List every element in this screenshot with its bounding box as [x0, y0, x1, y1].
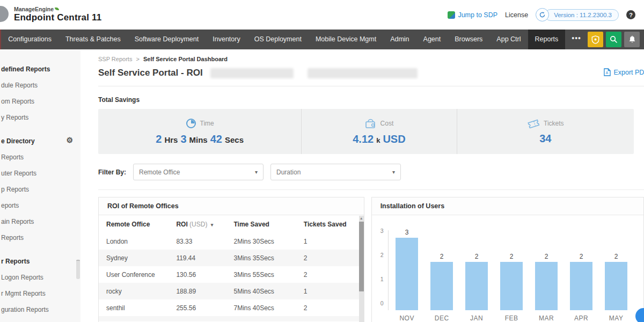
sidebar-item-threats-patches-reports[interactable]: ts & Patches Reports [0, 318, 80, 322]
sidebar-scroll-handle[interactable] [76, 260, 80, 279]
table-row[interactable]: senthil 255.56 7Mins 40Secs 2 [99, 299, 364, 316]
sidebar-item-computer-reports[interactable]: uter Reports [0, 165, 80, 181]
bar-may[interactable] [605, 262, 627, 310]
tab-app-ctrl[interactable]: App Ctrl [489, 30, 528, 49]
tab-configurations[interactable]: Configurations [1, 30, 58, 49]
wallet-icon [365, 118, 377, 129]
roi-table: Remote Office ROI (USD) ▾ Time Saved Tic… [99, 215, 364, 321]
license-link[interactable]: License [505, 11, 528, 19]
nav-more-menu[interactable]: ••• [565, 30, 588, 49]
chevron-down-icon: ▾ [392, 169, 395, 175]
title-row: Self Service Portal - ROI A Export PDF [98, 67, 644, 79]
notifications-button[interactable] [624, 32, 640, 47]
col-tickets-saved: Tickets Saved [304, 221, 356, 228]
bar-mar[interactable] [535, 262, 558, 310]
product-logo [0, 6, 9, 22]
pdf-document-icon: A [604, 68, 611, 76]
installation-chart-panel: Installation of Users 3 2 1 0 3 2 2 [371, 197, 644, 322]
gear-icon[interactable]: ⚙ [66, 136, 73, 144]
savings-tickets: Tickets 34 [457, 109, 634, 154]
sidebar-item-predefined-reports[interactable]: defined Reports [0, 61, 80, 77]
sidebar-item-ou-reports[interactable]: eports [0, 197, 80, 214]
savings-cost: Cost 4.12 k USD [302, 109, 457, 154]
search-icon [610, 35, 618, 43]
sidebar-item-gpo-reports[interactable]: Reports [0, 230, 80, 246]
sidebar-item-user-logon-reports[interactable]: Logon Reports [0, 269, 80, 286]
time-label: Time [200, 120, 214, 127]
dashboard-panels: ROI of Remote Offices Remote Office ROI … [98, 197, 644, 322]
bar-jan[interactable] [465, 262, 488, 310]
bar-chart: 3 2 1 0 3 2 2 2 2 2 2 [372, 215, 643, 322]
reports-sidebar: defined Reports dule Reports om Reports … [0, 49, 80, 322]
table-row[interactable] [99, 316, 364, 321]
shield-icon [591, 35, 599, 44]
tab-os-deployment[interactable]: OS Deployment [247, 30, 309, 49]
table-row[interactable]: User Conference 130.56 3Mins 55Secs 2 [99, 266, 364, 283]
table-scrollbar[interactable]: ▲ [359, 216, 364, 322]
savings-time: Time 2Hrs 3Mins 42Secs [98, 109, 302, 154]
filter-by-label: Filter By: [98, 169, 126, 176]
main-content: SSP Reports > Self Service Portal Dashbo… [80, 49, 644, 322]
app-window: ManageEngine Endpoint Central 11 Jump to… [0, 0, 644, 322]
table-row[interactable]: Sydney 119.44 3Mins 35Secs 2 [99, 250, 364, 266]
bar-feb[interactable] [500, 262, 523, 310]
sidebar-item-query-reports[interactable]: y Reports [0, 109, 80, 126]
leaf-icon [55, 8, 59, 10]
sidebar-item-domain-reports[interactable]: ain Reports [0, 214, 80, 230]
sidebar-item-power-mgmt-reports[interactable]: r Mgmt Reports [0, 286, 80, 302]
tab-mobile-device-mgmt[interactable]: Mobile Device Mgmt [309, 30, 383, 49]
title-divider [98, 86, 644, 86]
header-actions: Jump to SDP License Version : 11.2.2300.… [448, 8, 635, 21]
bar-apr[interactable] [570, 262, 592, 310]
table-row[interactable]: rocky 188.89 5Mins 40Secs 1 [99, 283, 364, 299]
tab-software-deployment[interactable]: Software Deployment [128, 30, 206, 49]
tab-reports[interactable]: Reports [528, 30, 566, 49]
breadcrumb-parent[interactable]: SSP Reports [98, 56, 132, 62]
version-badge: Version : 11.2.2300.3 [545, 9, 619, 21]
sidebar-item-configuration-reports[interactable]: guration Reports [0, 302, 80, 318]
sidebar-item-user-reports-ad[interactable]: Reports [0, 149, 80, 165]
ticket-icon [527, 118, 540, 128]
main-navbar: Configurations Threats & Patches Softwar… [0, 30, 644, 49]
sidebar-item-schedule-reports[interactable]: dule Reports [0, 77, 80, 93]
y-axis-line [388, 230, 389, 310]
col-remote-office: Remote Office [106, 221, 176, 228]
bar-dec[interactable] [430, 262, 453, 310]
tickets-value: 34 [539, 133, 551, 145]
tab-browsers[interactable]: Browsers [448, 30, 489, 49]
chart-title: Installation of Users [372, 197, 643, 215]
tab-threats-patches[interactable]: Threats & Patches [58, 30, 128, 49]
tab-inventory[interactable]: Inventory [206, 30, 247, 49]
tab-admin[interactable]: Admin [383, 30, 416, 49]
sidebar-item-user-reports[interactable]: r Reports [0, 253, 80, 269]
refresh-version-icon[interactable] [536, 8, 549, 21]
cost-value: 4.12 k USD [353, 133, 405, 145]
help-icon[interactable]: ? [626, 10, 635, 19]
x-axis-labels: NOV DEC JAN FEB MAR APR MAY [390, 314, 643, 322]
search-button[interactable] [606, 32, 621, 47]
table-row[interactable]: London 83.33 2Mins 30Secs 1 [99, 233, 364, 250]
security-shield-button[interactable] [588, 32, 603, 47]
col-time-saved: Time Saved [233, 221, 303, 228]
brand: ManageEngine Endpoint Central 11 [14, 6, 101, 23]
time-value: 2Hrs 3Mins 42Secs [156, 133, 244, 145]
sort-caret-icon: ▾ [211, 222, 214, 228]
tab-agent[interactable]: Agent [416, 30, 448, 49]
svg-text:A: A [606, 71, 609, 75]
sidebar-item-active-directory[interactable]: e Directory ⚙ [0, 133, 80, 149]
bar-nov[interactable] [396, 238, 418, 310]
remote-office-dropdown[interactable]: Remote Office ▾ [133, 164, 264, 180]
redacted-text [308, 68, 418, 78]
duration-dropdown[interactable]: Duration ▾ [270, 164, 401, 180]
total-savings-label: Total Savings [98, 96, 644, 104]
col-roi-sortable[interactable]: ROI (USD) ▾ [176, 221, 233, 228]
page-title: Self Service Portal - ROI [98, 68, 203, 78]
scroll-up-arrow-icon[interactable]: ▲ [359, 216, 364, 220]
export-pdf-button[interactable]: A Export PDF [604, 68, 644, 76]
jump-to-sdp-link[interactable]: Jump to SDP [448, 11, 497, 19]
sidebar-item-group-reports[interactable]: p Reports [0, 181, 80, 197]
sdp-icon [448, 11, 455, 19]
sidebar-item-custom-reports[interactable]: om Reports [0, 93, 80, 109]
scrollbar-thumb[interactable] [359, 222, 364, 291]
section-divider [98, 189, 644, 190]
